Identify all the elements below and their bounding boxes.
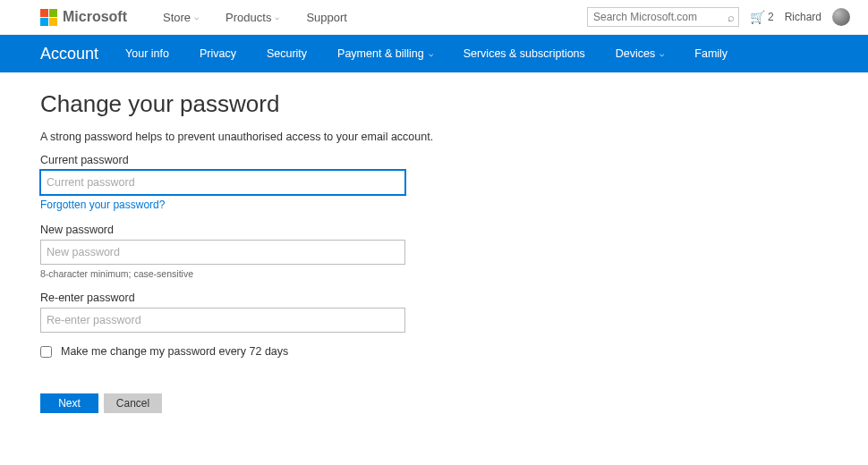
search-icon[interactable]: ⌕ [728, 11, 735, 24]
nav-products[interactable]: Products ⌵ [226, 11, 279, 24]
force-change-label: Make me change my password every 72 days [61, 345, 288, 358]
current-password-label: Current password [40, 154, 828, 166]
microsoft-logo[interactable]: Microsoft [40, 9, 127, 26]
chevron-down-icon: ⌵ [275, 13, 279, 21]
new-password-label: New password [40, 224, 828, 236]
main-content: Change your password A strong password h… [0, 72, 868, 449]
reenter-password-block: Re-enter password [40, 292, 828, 333]
nav-privacy[interactable]: Privacy [200, 47, 236, 60]
nav-your-info[interactable]: Your info [125, 47, 169, 60]
current-password-block: Current password Forgotten your password… [40, 154, 828, 211]
force-change-checkbox[interactable] [40, 346, 52, 358]
force-change-checkbox-row[interactable]: Make me change my password every 72 days [40, 345, 828, 358]
page-subtext: A strong password helps to prevent unaut… [40, 131, 828, 143]
nav-family[interactable]: Family [694, 47, 728, 60]
nav-products-label: Products [226, 11, 271, 24]
chevron-down-icon: ⌵ [429, 49, 433, 58]
cart-icon: 🛒 [750, 10, 765, 24]
next-button[interactable]: Next [40, 393, 98, 413]
cancel-button[interactable]: Cancel [104, 393, 162, 413]
nav-payment-billing[interactable]: Payment & billing⌵ [337, 47, 433, 60]
account-title: Account [40, 45, 98, 63]
account-nav-bar: Account Your info Privacy Security Payme… [0, 35, 868, 72]
search-input[interactable] [593, 11, 728, 23]
new-password-hint: 8-character minimum; case-sensitive [40, 268, 828, 279]
chevron-down-icon: ⌵ [194, 13, 199, 21]
user-name[interactable]: Richard [785, 11, 821, 23]
nav-store-label: Store [163, 11, 191, 24]
chevron-down-icon: ⌵ [660, 49, 664, 58]
forgot-password-link[interactable]: Forgotten your password? [40, 199, 165, 211]
nav-security[interactable]: Security [267, 47, 307, 60]
button-row: Next Cancel [40, 393, 828, 413]
microsoft-logo-text: Microsoft [63, 9, 127, 25]
new-password-input[interactable] [40, 240, 405, 265]
avatar[interactable] [832, 8, 850, 26]
nav-support[interactable]: Support [306, 11, 347, 24]
reenter-password-input[interactable] [40, 308, 405, 333]
nav-services[interactable]: Services & subscriptions [464, 47, 585, 60]
nav-store[interactable]: Store ⌵ [163, 11, 199, 24]
top-nav: Store ⌵ Products ⌵ Support [163, 11, 347, 24]
account-nav: Your info Privacy Security Payment & bil… [125, 47, 728, 60]
microsoft-logo-icon [40, 9, 57, 26]
reenter-password-label: Re-enter password [40, 292, 828, 304]
cart-button[interactable]: 🛒 2 [750, 10, 774, 24]
cart-count: 2 [768, 11, 774, 23]
current-password-input[interactable] [40, 170, 405, 195]
new-password-block: New password 8-character minimum; case-s… [40, 224, 828, 279]
nav-support-label: Support [306, 11, 347, 24]
top-header: Microsoft Store ⌵ Products ⌵ Support ⌕ 🛒… [0, 0, 868, 35]
top-right: ⌕ 🛒 2 Richard [587, 7, 850, 27]
search-box[interactable]: ⌕ [587, 7, 739, 27]
page-title: Change your password [40, 90, 828, 118]
nav-devices[interactable]: Devices⌵ [616, 47, 664, 60]
